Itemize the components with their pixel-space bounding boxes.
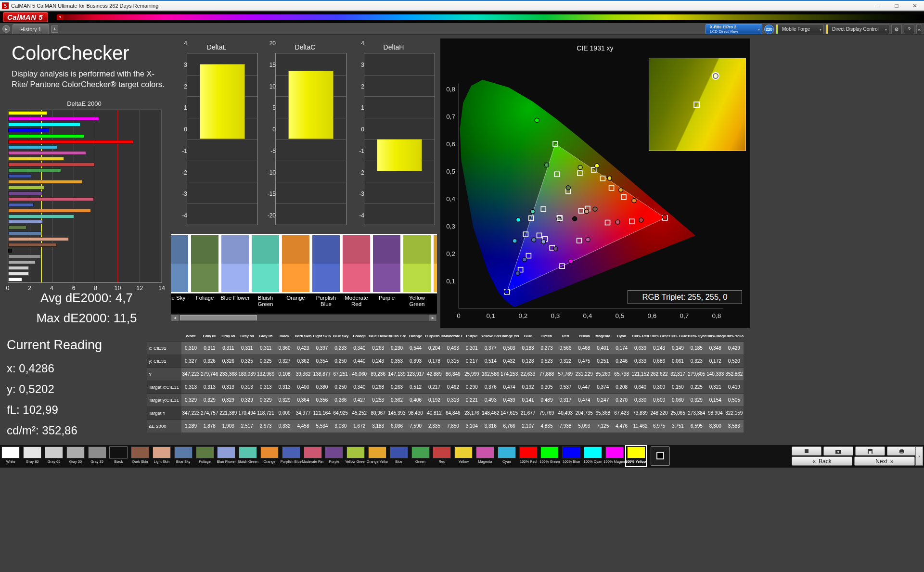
svg-text:0,4: 0,4: [583, 312, 592, 319]
measured-point: [544, 163, 549, 167]
patch-strip-scrollbar[interactable]: ◀ ▶: [171, 314, 437, 321]
meter-select-button[interactable]: X-Rite i1Pro 2 LCD Direct View ▼: [706, 24, 762, 34]
patch-button-label: Blue Sky: [172, 459, 194, 464]
patch-button[interactable]: White: [0, 445, 22, 467]
settings-gear-button[interactable]: ⚙: [891, 24, 902, 34]
patch-button[interactable]: Light Skin: [151, 445, 173, 467]
deltae-bar: [8, 272, 29, 276]
patch-button[interactable]: Green: [410, 445, 431, 467]
minimize-button[interactable]: –: [869, 1, 887, 11]
patch-button-label: Light Skin: [151, 459, 173, 464]
close-button[interactable]: ✕: [906, 1, 924, 11]
pattern-window-button[interactable]: [651, 446, 670, 466]
patch-button[interactable]: Gray 80: [22, 445, 43, 467]
patch-preview[interactable]: Yellow Green: [402, 234, 432, 313]
patch-button[interactable]: Foliage: [194, 445, 216, 467]
patch-preview[interactable]: Bluish Green: [250, 234, 281, 313]
axis-tick-label: -3: [175, 191, 187, 197]
patch-button[interactable]: Magenta: [475, 445, 496, 467]
tab-history-1[interactable]: History 1: [13, 24, 49, 34]
patch-button[interactable]: 100% Cyan: [582, 445, 604, 467]
patch-preview[interactable]: Purple: [372, 234, 402, 313]
patch-label: Purple: [372, 293, 402, 313]
maximize-button[interactable]: □: [887, 1, 906, 11]
svg-text:0,8: 0,8: [446, 86, 455, 93]
nav-overflow-button[interactable]: ›: [915, 446, 923, 466]
svg-text:0,5: 0,5: [446, 168, 455, 175]
table-cell: 0,313: [275, 381, 294, 394]
patch-preview[interactable]: Orange: [281, 234, 311, 313]
patch-button[interactable]: Orange Yellow: [367, 445, 388, 467]
patch-button[interactable]: 100% Blue: [561, 445, 582, 467]
patch-preview[interactable]: Blue Flower: [220, 234, 250, 313]
patch-button[interactable]: Blue Flower: [216, 445, 237, 467]
table-cell: 85,260: [593, 368, 612, 381]
patch-preview[interactable]: Moderate Red: [341, 234, 372, 313]
axis-tick-label: -3: [352, 191, 364, 197]
calman-logo[interactable]: CalMAN 5: [3, 12, 48, 22]
patch-button[interactable]: Bluish Green: [237, 445, 259, 467]
patch-button[interactable]: Blue Sky: [172, 445, 194, 467]
patch-button[interactable]: Dark Skin: [129, 445, 151, 467]
patch-preview[interactable]: Orange Yellow: [432, 234, 437, 313]
column-header: Orange Yellow: [500, 331, 519, 342]
table-cell: 0,250: [331, 355, 350, 368]
patch-button[interactable]: Yellow Green: [345, 445, 367, 467]
table-cell: 0,474: [500, 381, 519, 394]
print-button[interactable]: [887, 446, 917, 456]
patch-button[interactable]: Gray 35: [86, 445, 108, 467]
tab-scroll-arrow-icon[interactable]: ▶: [2, 25, 10, 33]
patch-button[interactable]: 100% Yellow: [625, 445, 647, 467]
source-status-strip: [776, 25, 778, 34]
save-button[interactable]: [855, 446, 885, 456]
patch-button[interactable]: Cyan: [496, 445, 517, 467]
column-header: Yellow Green: [481, 331, 500, 342]
patch-preview[interactable]: Purplish Blue: [311, 234, 341, 313]
reading-y: y: 0,5202: [7, 382, 54, 396]
table-cell: 0,321: [706, 381, 725, 394]
logo-dropdown-icon[interactable]: ▼: [57, 14, 64, 20]
table-cell: 279,605: [687, 368, 706, 381]
table-cell: 0,329: [687, 394, 706, 407]
measured-point: [663, 215, 667, 219]
scrollbar-thumb[interactable]: [180, 315, 257, 320]
patch-button[interactable]: Yellow: [453, 445, 475, 467]
patch-button[interactable]: Moderate Red: [302, 445, 323, 467]
patch-button[interactable]: 100% Magenta: [603, 445, 625, 467]
patch-preview[interactable]: Foliage: [190, 234, 220, 313]
next-button[interactable]: Next »: [854, 457, 915, 466]
scroll-right-icon[interactable]: ▶: [429, 315, 436, 321]
table-cell: 1,903: [219, 419, 238, 432]
patch-button[interactable]: Purplish Blue: [280, 445, 302, 467]
capture-button[interactable]: [823, 446, 853, 456]
table-cell: 0,154: [706, 394, 725, 407]
pin-button[interactable]: «: [916, 24, 922, 34]
measured-point: [516, 217, 520, 222]
back-button[interactable]: « Back: [792, 457, 852, 466]
table-cell: 0,250: [331, 381, 350, 394]
reading-fl: fL: 102,99: [7, 403, 58, 417]
source-select-button[interactable]: Mobile Forge ▼: [776, 24, 824, 34]
patch-button[interactable]: Gray 65: [43, 445, 65, 467]
table-cell: 0,317: [556, 394, 575, 407]
patch-button[interactable]: Purple: [323, 445, 345, 467]
table-cell: 0,503: [500, 342, 519, 355]
patch-button[interactable]: Red: [431, 445, 453, 467]
patch-button[interactable]: Black: [108, 445, 129, 467]
scroll-left-icon[interactable]: ◀: [171, 315, 179, 321]
add-tab-button[interactable]: +: [51, 25, 58, 33]
title-bar: 5 CalMAN 5 CalMAN Ultimate for Business …: [0, 0, 924, 11]
patch-button[interactable]: Gray 50: [64, 445, 86, 467]
help-button[interactable]: ?: [904, 24, 914, 34]
patch-swatch: [23, 446, 41, 458]
row-label: Target x:CIE31: [147, 381, 181, 394]
display-control-button[interactable]: Direct Display Control ▼: [826, 24, 889, 34]
patch-button[interactable]: 100% Red: [517, 445, 539, 467]
patch-button[interactable]: 100% Green: [539, 445, 561, 467]
patch-button[interactable]: Orange: [259, 445, 281, 467]
patch-preview[interactable]: Blue Sky: [171, 234, 190, 313]
stop-button[interactable]: [792, 446, 821, 456]
table-cell: 0,311: [238, 342, 257, 355]
patch-button[interactable]: Blue: [388, 445, 410, 467]
deltae-bar: [8, 243, 57, 247]
